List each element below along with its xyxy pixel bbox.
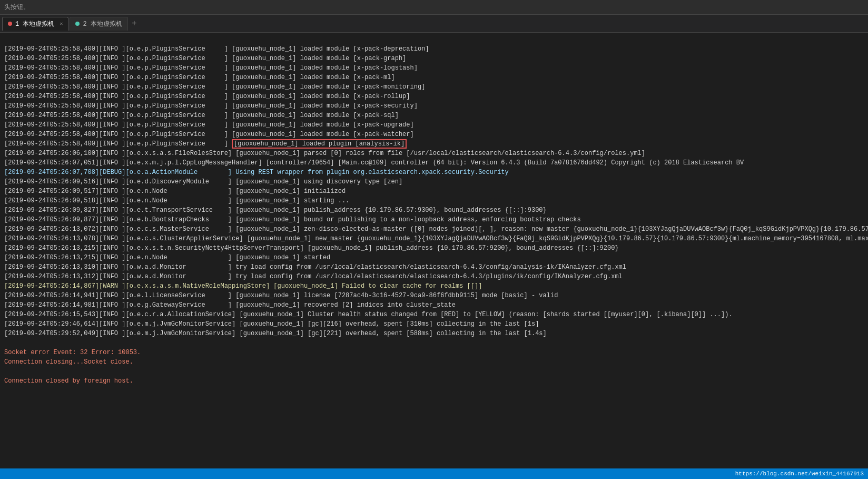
terminal-line: [2019-09-24T05:29:52,049][INFO ][o.e.m.j… [4, 329, 864, 338]
tab-1[interactable]: 1 本地虚拟机 ✕ [2, 17, 68, 31]
tab-add-icon: + [132, 19, 137, 28]
terminal-line: [2019-09-24T05:26:09,518][INFO ][o.e.n.N… [4, 196, 864, 206]
title-bar: 头按钮。 [0, 0, 868, 15]
tab-2-dot [75, 22, 80, 26]
terminal-line: [2019-09-24T05:25:58,400][INFO ][o.e.p.P… [4, 54, 864, 63]
terminal-line: [2019-09-24T05:26:13,215][INFO ][o.e.x.s… [4, 243, 864, 253]
tab-2[interactable]: 2 本地虚拟机 [70, 17, 127, 31]
tab-1-close[interactable]: ✕ [60, 21, 63, 27]
terminal-line: [2019-09-24T05:25:58,400][INFO ][o.e.p.P… [4, 44, 864, 54]
tab-2-label: 2 本地虚拟机 [83, 19, 122, 28]
terminal-line: [2019-09-24T05:26:09,827][INFO ][o.e.t.T… [4, 206, 864, 215]
terminal-line: [2019-09-24T05:26:07,708][DEBUG][o.e.a.A… [4, 168, 864, 177]
tab-1-label: 1 本地虚拟机 [15, 19, 54, 28]
terminal-line: [2019-09-24T05:26:15,543][INFO ][o.e.c.r… [4, 310, 864, 319]
terminal-line: [2019-09-24T05:26:09,516][INFO ][o.e.d.D… [4, 177, 864, 187]
terminal-line: [2019-09-24T05:26:06,100][INFO ][o.e.x.s… [4, 149, 864, 158]
terminal-line: Connection closed by foreign host. [4, 376, 864, 386]
terminal-line: [2019-09-24T05:25:58,400][INFO ][o.e.p.P… [4, 130, 864, 139]
terminal-line: [2019-09-24T05:26:09,877][INFO ][o.e.b.B… [4, 215, 864, 224]
terminal-line: [2019-09-24T05:29:46,614][INFO ][o.e.m.j… [4, 319, 864, 329]
tab-bar: 1 本地虚拟机 ✕ 2 本地虚拟机 + [0, 15, 868, 33]
terminal-line: [2019-09-24T05:25:58,400][INFO ][o.e.p.P… [4, 139, 864, 149]
terminal-line: [2019-09-24T05:25:58,400][INFO ][o.e.p.P… [4, 111, 864, 120]
terminal-line: [2019-09-24T05:26:09,517][INFO ][o.e.n.N… [4, 187, 864, 196]
terminal-line: [2019-09-24T05:26:13,078][INFO ][o.e.c.s… [4, 234, 864, 243]
status-bar: https://blog.csdn.net/weixin_44167913 [0, 468, 868, 479]
tab-add-button[interactable]: + [129, 18, 140, 29]
terminal-line: [2019-09-24T05:25:58,400][INFO ][o.e.p.P… [4, 120, 864, 130]
terminal-line: [2019-09-24T05:26:14,981][INFO ][o.e.g.G… [4, 300, 864, 310]
title-bar-text: 头按钮。 [4, 3, 29, 12]
terminal-line: [2019-09-24T05:25:58,400][INFO ][o.e.p.P… [4, 82, 864, 92]
terminal-line: Connection closing...Socket close. [4, 357, 864, 367]
terminal-line: Socket error Event: 32 Error: 10053. [4, 348, 864, 357]
tab-1-dot [8, 22, 12, 26]
status-bar-link[interactable]: https://blog.csdn.net/weixin_44167913 [735, 471, 864, 477]
terminal-line: [2019-09-24T05:26:14,867][WARN ][o.e.x.s… [4, 281, 864, 291]
terminal-line: [2019-09-24T05:25:58,400][INFO ][o.e.p.P… [4, 63, 864, 73]
terminal-line: [2019-09-24T05:26:13,072][INFO ][o.e.c.s… [4, 224, 864, 234]
terminal-line: [2019-09-24T05:26:13,215][INFO ][o.e.n.N… [4, 253, 864, 262]
terminal-line: [2019-09-24T05:26:14,941][INFO ][o.e.l.L… [4, 291, 864, 300]
terminal-line: [2019-09-24T05:25:58,400][INFO ][o.e.p.P… [4, 101, 864, 111]
terminal-line: [2019-09-24T05:26:07,051][INFO ][o.e.x.m… [4, 158, 864, 168]
terminal-line: [2019-09-24T05:25:58,400][INFO ][o.e.p.P… [4, 73, 864, 82]
terminal-line-empty [4, 367, 864, 376]
terminal-line-empty [4, 338, 864, 348]
terminal-body[interactable]: [2019-09-24T05:25:58,400][INFO ][o.e.p.P… [0, 33, 868, 468]
terminal-line: [2019-09-24T05:25:58,400][INFO ][o.e.p.P… [4, 92, 864, 101]
terminal-line: [2019-09-24T05:26:13,312][INFO ][o.w.a.d… [4, 272, 864, 281]
terminal-line: [2019-09-24T05:26:13,310][INFO ][o.w.a.d… [4, 262, 864, 272]
